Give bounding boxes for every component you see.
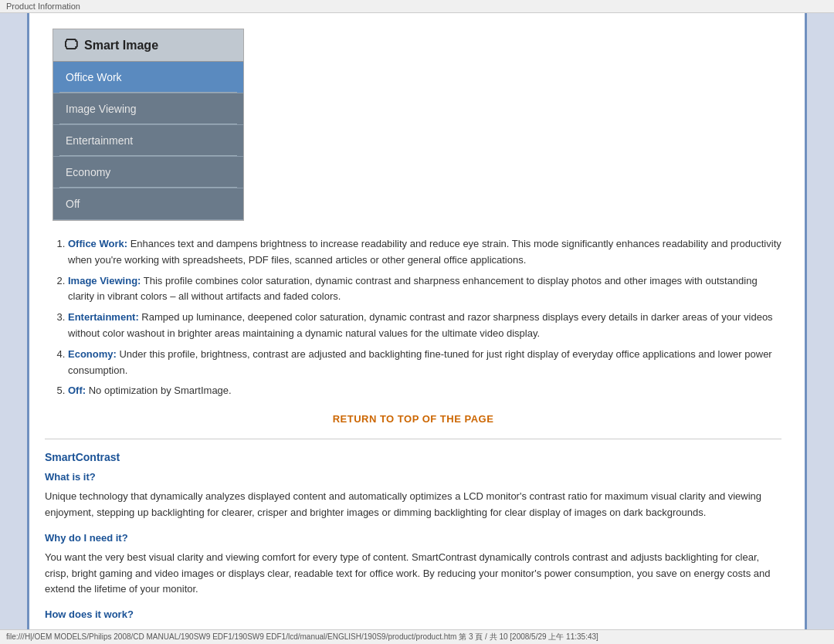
menu-item-office-work[interactable]: Office Work [53, 62, 243, 93]
desc-label-1: Office Work: [68, 238, 127, 249]
menu-item-off[interactable]: Off [53, 188, 243, 220]
product-info-label: Product Information [6, 2, 80, 11]
right-sidebar [805, 13, 834, 642]
menu-item-economy[interactable]: Economy [53, 157, 243, 188]
status-bar: file:///H|/OEM MODELS/Philips 2008/CD MA… [0, 629, 834, 644]
why-need-it-text: You want the very best visual clarity an… [45, 550, 781, 598]
menu-item-image-viewing[interactable]: Image Viewing [53, 93, 243, 125]
smartcontrast-title: SmartContrast [45, 451, 781, 463]
smart-image-menu: Office WorkImage ViewingEntertainmentEco… [53, 62, 243, 220]
smart-image-widget: 🖵 Smart Image Office WorkImage ViewingEn… [53, 29, 244, 221]
desc-label-4: Economy: [68, 348, 117, 360]
left-sidebar [0, 13, 29, 642]
page-wrapper: 🖵 Smart Image Office WorkImage ViewingEn… [0, 13, 834, 642]
why-need-it-heading: Why do I need it? [45, 532, 781, 544]
smart-image-title: Smart Image [84, 39, 158, 53]
desc-text-1: Enhances text and dampens brightness to … [68, 238, 781, 266]
desc-label-3: Entertainment: [68, 311, 139, 323]
desc-label-5: Off: [68, 385, 86, 396]
main-content: 🖵 Smart Image Office WorkImage ViewingEn… [29, 13, 805, 642]
desc-item-5: Off: No optimization by SmartImage. [68, 383, 781, 399]
what-is-it-text: Unique technology that dynamically analy… [45, 489, 781, 521]
desc-item-1: Office Work: Enhances text and dampens b… [68, 236, 781, 269]
desc-text-4: Under this profile, brightness, contrast… [68, 348, 772, 376]
desc-text-2: This profile combines color saturation, … [68, 275, 758, 303]
desc-item-3: Entertainment: Ramped up luminance, deep… [68, 310, 781, 342]
desc-label-2: Image Viewing: [68, 275, 141, 286]
monitor-icon: 🖵 [64, 37, 78, 53]
desc-ol: Office Work: Enhances text and dampens b… [68, 236, 781, 399]
return-to-top-link[interactable]: RETURN TO TOP OF THE PAGE [45, 413, 781, 425]
smart-image-header: 🖵 Smart Image [53, 29, 243, 62]
what-is-it-heading: What is it? [45, 471, 781, 483]
desc-text-3: Ramped up luminance, deepened color satu… [68, 311, 773, 339]
desc-text-5: No optimization by SmartImage. [86, 385, 232, 396]
product-info-bar: Product Information [0, 0, 834, 13]
how-does-it-work-heading: How does it work? [45, 608, 781, 620]
status-text: file:///H|/OEM MODELS/Philips 2008/CD MA… [6, 632, 598, 641]
section-divider [45, 439, 781, 439]
description-list: Office Work: Enhances text and dampens b… [53, 236, 781, 399]
desc-item-2: Image Viewing: This profile combines col… [68, 273, 781, 306]
menu-item-entertainment[interactable]: Entertainment [53, 125, 243, 157]
desc-item-4: Economy: Under this profile, brightness,… [68, 347, 781, 379]
